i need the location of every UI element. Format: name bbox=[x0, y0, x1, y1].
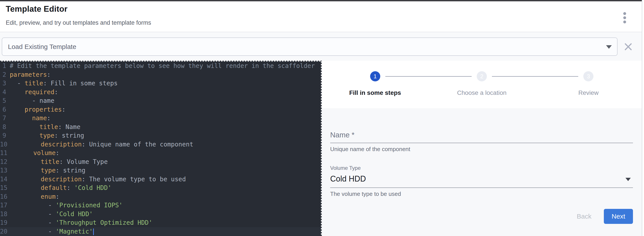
code-line[interactable]: 17 - 'Provisioned IOPS' bbox=[0, 201, 321, 210]
line-number: 4 bbox=[0, 88, 10, 97]
step-3-label: Review bbox=[535, 89, 642, 96]
step-connector bbox=[492, 76, 578, 77]
step-choose-a-location[interactable]: 2 Choose a location bbox=[428, 71, 535, 96]
code-line[interactable]: 4 required: bbox=[0, 88, 321, 97]
page-scrollbar[interactable] bbox=[642, 0, 644, 236]
step-1-circle: 1 bbox=[370, 71, 380, 81]
code-line[interactable]: 7 name: bbox=[0, 114, 321, 123]
name-input[interactable] bbox=[330, 143, 633, 143]
more-options-button[interactable] bbox=[619, 12, 630, 23]
code-line[interactable]: 10 description: Unique name of the compo… bbox=[0, 140, 321, 149]
line-number: 9 bbox=[0, 131, 10, 140]
form-preview-pane: 1 Fill in some steps 2 Choose a location… bbox=[322, 61, 642, 236]
editor-pane: 1# Edit the template parameters below to… bbox=[0, 61, 322, 236]
volume-type-label: Volume Type bbox=[330, 165, 633, 171]
close-icon bbox=[624, 42, 632, 51]
dropdown-arrow-icon bbox=[606, 45, 612, 49]
form-section: Name * Unique name of the component Volu… bbox=[322, 108, 642, 236]
step-connector bbox=[385, 76, 472, 77]
volume-type-select[interactable]: Cold HDD bbox=[330, 174, 633, 184]
back-button[interactable]: Back bbox=[570, 210, 598, 223]
kebab-icon bbox=[623, 12, 626, 23]
select-arrow-icon bbox=[626, 178, 631, 181]
line-number: 18 bbox=[0, 210, 11, 219]
volume-helper-text: The volume type to be used bbox=[330, 191, 633, 197]
line-number: 19 bbox=[0, 218, 11, 227]
line-number: 7 bbox=[0, 114, 10, 123]
code-line[interactable]: 1# Edit the template parameters below to… bbox=[0, 61, 321, 70]
line-number: 1 bbox=[0, 61, 10, 70]
load-existing-template-label: Load Existing Template bbox=[8, 43, 76, 50]
line-number: 14 bbox=[0, 175, 11, 184]
line-number: 12 bbox=[0, 158, 11, 166]
step-2-label: Choose a location bbox=[428, 89, 535, 96]
code-line[interactable]: 5 - name bbox=[0, 96, 321, 105]
code-line[interactable]: 20 - 'Magnetic' bbox=[0, 227, 321, 236]
code-line[interactable]: 3 - title: Fill in some steps bbox=[0, 79, 321, 88]
code-line[interactable]: 2parameters: bbox=[0, 70, 321, 79]
step-fill-in-some-steps[interactable]: 1 Fill in some steps bbox=[322, 71, 428, 96]
code-line[interactable]: 12 title: Volume Type bbox=[0, 158, 321, 166]
step-2-circle: 2 bbox=[477, 71, 487, 81]
clear-template-button[interactable] bbox=[622, 41, 634, 53]
code-line[interactable]: 9 type: string bbox=[0, 131, 321, 140]
code-line[interactable]: 13 type: string bbox=[0, 166, 321, 175]
line-number: 5 bbox=[0, 96, 10, 105]
line-number: 17 bbox=[0, 201, 11, 210]
step-review[interactable]: 3 Review bbox=[535, 71, 642, 96]
line-number: 8 bbox=[0, 123, 10, 131]
line-number: 13 bbox=[0, 166, 11, 175]
page-subtitle: Edit, preview, and try out templates and… bbox=[6, 19, 151, 26]
load-existing-template-select[interactable]: Load Existing Template bbox=[2, 37, 618, 56]
code-line[interactable]: 8 title: Name bbox=[0, 123, 321, 131]
line-number: 11 bbox=[0, 149, 11, 158]
code-editor[interactable]: 1# Edit the template parameters below to… bbox=[0, 61, 321, 236]
stepper: 1 Fill in some steps 2 Choose a location… bbox=[322, 61, 642, 108]
code-line[interactable]: 19 - 'Throughput Optimized HDD' bbox=[0, 218, 321, 227]
code-line[interactable]: 6 properties: bbox=[0, 105, 321, 114]
name-field-group: Name * Unique name of the component bbox=[330, 131, 633, 153]
line-number: 10 bbox=[0, 140, 11, 149]
step-1-label: Fill in some steps bbox=[322, 89, 428, 96]
line-number: 15 bbox=[0, 184, 11, 192]
volume-type-underline bbox=[330, 188, 633, 188]
wizard-buttons: Back Next bbox=[330, 209, 633, 224]
line-number: 16 bbox=[0, 192, 11, 201]
name-helper-text: Unique name of the component bbox=[330, 146, 633, 153]
code-line[interactable]: 18 - 'Cold HDD' bbox=[0, 210, 321, 219]
template-toolbar: Load Existing Template bbox=[0, 32, 642, 61]
code-line[interactable]: 11 volume: bbox=[0, 149, 321, 158]
volume-type-field-group: Volume Type Cold HDD The volume type to … bbox=[330, 165, 633, 197]
step-3-circle: 3 bbox=[583, 71, 594, 81]
page-header: Template Editor Edit, preview, and try o… bbox=[0, 1, 642, 32]
page-title: Template Editor bbox=[6, 4, 68, 14]
line-number: 6 bbox=[0, 105, 10, 114]
line-number: 2 bbox=[0, 70, 10, 79]
code-line[interactable]: 15 default: 'Cold HDD' bbox=[0, 184, 321, 192]
code-line[interactable]: 14 description: The volume type to be us… bbox=[0, 175, 321, 184]
line-number: 3 bbox=[0, 79, 10, 88]
code-line[interactable]: 16 enum: bbox=[0, 192, 321, 201]
main-content: 1# Edit the template parameters below to… bbox=[0, 61, 642, 236]
text-cursor bbox=[93, 229, 94, 235]
line-number: 20 bbox=[0, 227, 11, 236]
next-button[interactable]: Next bbox=[604, 209, 633, 224]
name-field-label: Name * bbox=[330, 131, 633, 139]
